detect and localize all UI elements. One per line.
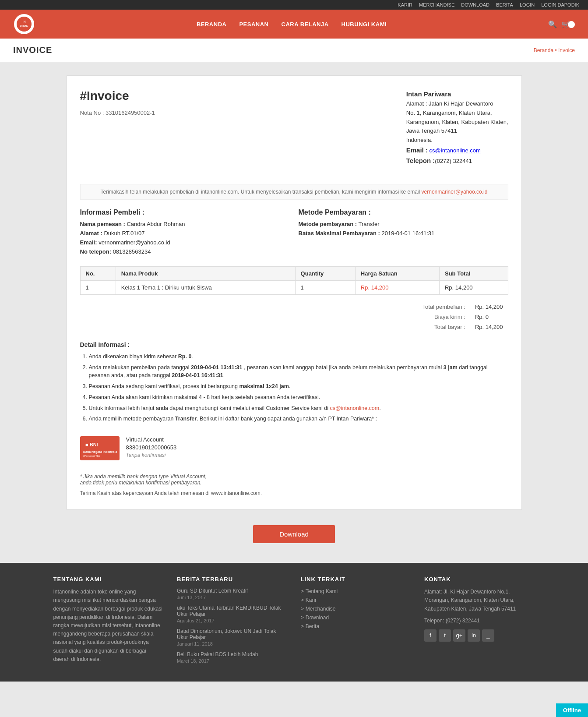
- link-item-5: Berita: [301, 623, 412, 629]
- news-date-2: Agustus 21, 2017: [177, 618, 215, 623]
- download-button[interactable]: Download: [253, 525, 335, 543]
- total-purchase-label: Total pembelian :: [418, 302, 470, 311]
- company-phone-label: Telepon :(0272) 322441: [406, 158, 472, 164]
- topbar-berita[interactable]: BERITA: [496, 2, 513, 7]
- link-tentang[interactable]: Tentang Kami: [306, 588, 338, 594]
- link-item-3: Merchandise: [301, 605, 412, 612]
- detail-list: Anda dikenakan biaya kirim sebesar Rp. 0…: [80, 353, 508, 423]
- row-price: Rp. 14,200: [355, 280, 439, 294]
- detail-item-5: Untuk informasi lebih lanjut anda dapat …: [89, 404, 508, 413]
- svg-text:■ BNI: ■ BNI: [85, 442, 98, 447]
- news-item-3: Batal Dimoratorium, Jokowi: UN Jadi Tola…: [177, 628, 288, 647]
- breadcrumb: Beranda • Invoice: [534, 47, 575, 53]
- closing-note: Terima Kasih atas kepercayaan Anda telah…: [80, 490, 508, 496]
- payment-title: Metode Pembayaran :: [299, 208, 508, 216]
- topbar-download[interactable]: DOWNLOAD: [461, 2, 489, 7]
- company-addr3: Karanganom, Klaten, Kabupaten Klaten,: [406, 119, 508, 125]
- topbar-merchandise[interactable]: MERCHANDISE: [419, 2, 454, 7]
- link-berita[interactable]: Berita: [306, 623, 319, 629]
- thank-you-email[interactable]: vernonmariner@yahoo.co.id: [422, 189, 488, 195]
- svg-text:Bank Negara Indonesia: Bank Negara Indonesia: [83, 450, 117, 454]
- total-purchase-value: Rp. 14,200: [471, 302, 507, 311]
- nav-cara-belanja[interactable]: CARA BELANJA: [276, 18, 334, 31]
- col-price: Harga Satuan: [355, 266, 439, 280]
- row-no: 1: [80, 280, 116, 294]
- nav-pesanan[interactable]: PESANAN: [234, 18, 274, 31]
- detail-item-6: Anda memilih metode pembayaran Transfer.…: [89, 415, 508, 423]
- invoice-top: #Invoice Nota No : 33101624950002-1 Inta…: [80, 89, 508, 175]
- footer-news-title: BERITA TERBARU: [177, 576, 288, 583]
- topbar-login[interactable]: LOGIN: [520, 2, 535, 7]
- detail-title: Detail Informasi :: [80, 341, 508, 348]
- link-item-4: Download: [301, 614, 412, 621]
- total-pay-row: Total bayar : Rp. 14,200: [418, 322, 507, 332]
- footer-contact-phone: Telepon: (0272) 322441: [424, 617, 535, 625]
- header-icons: 🔍 🛒0: [548, 20, 575, 28]
- total-shipping-value: Rp. 0: [471, 312, 507, 321]
- svg-text:ONLINE: ONLINE: [20, 25, 29, 27]
- social-icons: f t g+ in ⎯: [424, 629, 535, 642]
- cart-count: 0: [568, 21, 575, 28]
- va-note: * Jika anda memilih bank dengan type Vir…: [80, 473, 508, 486]
- topbar-login-dapodik[interactable]: LOGIN DAPODIK: [541, 2, 579, 7]
- cart-icon[interactable]: 🛒0: [561, 20, 575, 28]
- topbar-karir[interactable]: KARIR: [398, 2, 412, 7]
- bank-note: Tanpa konfirmasi: [126, 452, 177, 458]
- news-link-1[interactable]: Guru SD Dituntut Lebih Kreatif: [177, 588, 288, 594]
- twitter-icon[interactable]: t: [439, 629, 451, 642]
- main-nav: BERANDA PESANAN CARA BELANJA HUBUNGI KAM…: [44, 18, 539, 31]
- col-qty: Quantity: [295, 266, 355, 280]
- news-link-4[interactable]: Beli Buku Pakai BOS Lebih Mudah: [177, 651, 288, 657]
- site-footer: TENTANG KAMI Intanonline adalah toko onl…: [0, 563, 588, 682]
- table-row: 1 Kelas 1 Tema 1 : Diriku untuk Siswa 1 …: [80, 280, 508, 294]
- payment-deadline: Batas Maksimal Pembayaran : 2019-04-01 1…: [299, 230, 508, 237]
- linkedin-icon[interactable]: in: [468, 629, 480, 642]
- detail-item-1: Anda dikenakan biaya kirim sebesar Rp. 0…: [89, 353, 508, 361]
- cs-email[interactable]: cs@intanonline.com: [330, 405, 379, 411]
- link-karir[interactable]: Karir: [306, 597, 317, 603]
- rss-icon[interactable]: ⎯: [482, 629, 494, 642]
- link-merchandise[interactable]: Merchandise: [306, 606, 336, 612]
- nav-hubungi-kami[interactable]: HUBUNGI KAMI: [336, 18, 392, 31]
- detail-info: Detail Informasi : Anda dikenakan biaya …: [80, 341, 508, 423]
- totals-section: Total pembelian : Rp. 14,200 Biaya kirim…: [80, 301, 508, 332]
- footer-contact: KONTAK Alamat: Jl. Ki Hajar Dewantoro No…: [424, 576, 535, 668]
- footer-news: BERITA TERBARU Guru SD Dituntut Lebih Kr…: [177, 576, 288, 668]
- footer-links-title: LINK TERKAIT: [301, 576, 412, 583]
- googleplus-icon[interactable]: g+: [453, 629, 465, 642]
- invoice-title-section: #Invoice Nota No : 33101624950002-1: [80, 89, 155, 166]
- totals-table: Total pembelian : Rp. 14,200 Biaya kirim…: [417, 301, 508, 332]
- total-pay-label: Total bayar :: [418, 322, 470, 332]
- buyer-phone: No telepon: 081328563234: [80, 248, 290, 255]
- footer-about-title: TENTANG KAMI: [53, 576, 164, 583]
- company-phone: (0272) 322441: [435, 158, 472, 164]
- link-download[interactable]: Download: [306, 615, 329, 621]
- breadcrumb-home[interactable]: Beranda: [534, 47, 553, 53]
- detail-item-2: Anda melakukan pembelian pada tanggal 20…: [89, 364, 508, 380]
- buyer-address: Alamat : Dukuh RT.01/07: [80, 230, 290, 237]
- buyer-name: Nama pemesan : Candra Abdur Rohman: [80, 221, 290, 227]
- nota-number: Nota No : 33101624950002-1: [80, 109, 155, 116]
- news-link-3[interactable]: Batal Dimoratorium, Jokowi: UN Jadi Tola…: [177, 628, 288, 640]
- download-section: Download: [67, 519, 522, 550]
- footer-grid: TENTANG KAMI Intanonline adalah toko onl…: [53, 576, 535, 668]
- info-grid: Informasi Pembeli : Nama pemesan : Candr…: [80, 208, 508, 258]
- facebook-icon[interactable]: f: [424, 629, 437, 642]
- link-item-2: Karir: [301, 597, 412, 603]
- news-link-2[interactable]: uku Teks Utama Terbitan KEMDIKBUD Tolak …: [177, 605, 288, 617]
- news-date-3: Januari 11, 2018: [177, 641, 213, 646]
- bni-logo: ■ BNI Bank Negara Indonesia (Persero) Tb…: [80, 436, 120, 460]
- buyer-title: Informasi Pembeli :: [80, 208, 290, 216]
- buyer-info: Informasi Pembeli : Nama pemesan : Candr…: [80, 208, 290, 258]
- news-date-4: Maret 18, 2017: [177, 658, 209, 664]
- news-item-4: Beli Buku Pakai BOS Lebih Mudah Maret 18…: [177, 651, 288, 664]
- col-subtotal: Sub Total: [439, 266, 508, 280]
- invoice-title: #Invoice: [80, 89, 155, 103]
- nav-beranda[interactable]: BERANDA: [191, 18, 232, 31]
- company-email[interactable]: cs@intanonline.com: [430, 147, 481, 154]
- footer-about: TENTANG KAMI Intanonline adalah toko onl…: [53, 576, 164, 668]
- detail-item-3: Pesanan Anda sedang kami verifikasi, pro…: [89, 382, 508, 391]
- buyer-email: Email: vernonmariner@yahoo.co.id: [80, 239, 290, 246]
- bank-info: Virtual Account 8380190120000653 Tanpa k…: [126, 436, 177, 459]
- search-icon[interactable]: 🔍: [548, 20, 557, 28]
